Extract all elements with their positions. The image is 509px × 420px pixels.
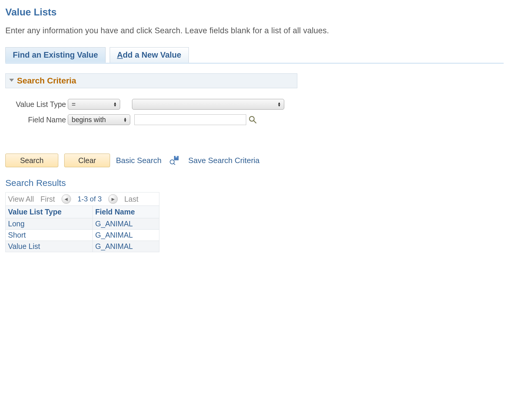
results-pager: View All First ◀ 1-3 of 3 ▶ Last: [5, 192, 159, 206]
page-title: Value Lists: [5, 7, 504, 18]
cell-field-name[interactable]: G_ANIMAL: [95, 220, 133, 228]
prev-page-button[interactable]: ◀: [62, 194, 71, 204]
view-all-link[interactable]: View All: [8, 195, 34, 203]
criteria-row-field-name: Field Name begins with ▲▼: [6, 114, 504, 125]
first-link[interactable]: First: [40, 195, 55, 203]
table-row: Short G_ANIMAL: [6, 230, 159, 241]
svg-point-5: [170, 160, 174, 164]
stepper-icon: ▲▼: [277, 102, 281, 107]
tab-find-label: Find an Existing Value: [13, 50, 98, 59]
lookup-icon[interactable]: [249, 116, 257, 124]
results-table: Value List Type Field Name Long G_ANIMAL…: [5, 206, 159, 252]
operator-value: begins with: [72, 116, 106, 124]
svg-marker-0: [9, 79, 14, 82]
table-row: Long G_ANIMAL: [6, 218, 159, 230]
search-results-heading: Search Results: [5, 178, 504, 188]
cell-value-list-type[interactable]: Value List: [8, 242, 40, 250]
col-header-value-list-type[interactable]: Value List Type: [6, 206, 93, 218]
svg-line-6: [174, 163, 175, 165]
cell-field-name[interactable]: G_ANIMAL: [95, 242, 133, 250]
value-select-value-list-type[interactable]: ▲▼: [132, 99, 284, 110]
search-criteria: Value List Type = ▲▼ ▲▼ Field Name begin…: [6, 99, 504, 125]
operator-select-field-name[interactable]: begins with ▲▼: [68, 114, 130, 125]
svg-line-2: [254, 121, 256, 123]
next-page-button[interactable]: ▶: [108, 194, 118, 204]
last-link[interactable]: Last: [124, 195, 138, 203]
action-row: Search Clear Basic Search Save Search Cr…: [5, 154, 504, 167]
cell-field-name[interactable]: G_ANIMAL: [95, 231, 133, 239]
search-button[interactable]: Search: [5, 154, 58, 167]
clear-button[interactable]: Clear: [64, 154, 110, 167]
pager-count: 1-3 of 3: [78, 195, 102, 203]
tabs-row: Find an Existing Value Add a New Value: [5, 47, 504, 64]
search-criteria-title: Search Criteria: [17, 76, 76, 86]
collapse-icon: [9, 78, 15, 83]
tab-add-mnemonic: A: [117, 50, 123, 59]
field-name-input[interactable]: [134, 114, 246, 125]
col-header-field-name[interactable]: Field Name: [93, 206, 159, 218]
page-help-text: Enter any information you have and click…: [5, 26, 504, 35]
tab-add-new[interactable]: Add a New Value: [110, 47, 189, 63]
label-field-name: Field Name: [6, 116, 68, 124]
operator-select-value-list-type[interactable]: = ▲▼: [68, 99, 120, 110]
operator-value: =: [72, 100, 76, 108]
cell-value-list-type[interactable]: Short: [8, 231, 26, 239]
criteria-row-value-list-type: Value List Type = ▲▼ ▲▼: [6, 99, 504, 110]
tab-add-rest: dd a New Value: [123, 50, 181, 59]
label-value-list-type: Value List Type: [6, 100, 68, 109]
tab-find-existing[interactable]: Find an Existing Value: [5, 47, 106, 63]
basic-search-link[interactable]: Basic Search: [116, 156, 161, 165]
cell-value-list-type[interactable]: Long: [8, 220, 25, 228]
table-row: Value List G_ANIMAL: [6, 241, 159, 252]
stepper-icon: ▲▼: [113, 102, 117, 107]
search-criteria-header[interactable]: Search Criteria: [5, 73, 297, 88]
svg-rect-4: [175, 156, 177, 157]
save-criteria-icon[interactable]: [169, 156, 179, 165]
stepper-icon: ▲▼: [123, 117, 127, 122]
save-search-criteria-link[interactable]: Save Search Criteria: [188, 156, 260, 165]
